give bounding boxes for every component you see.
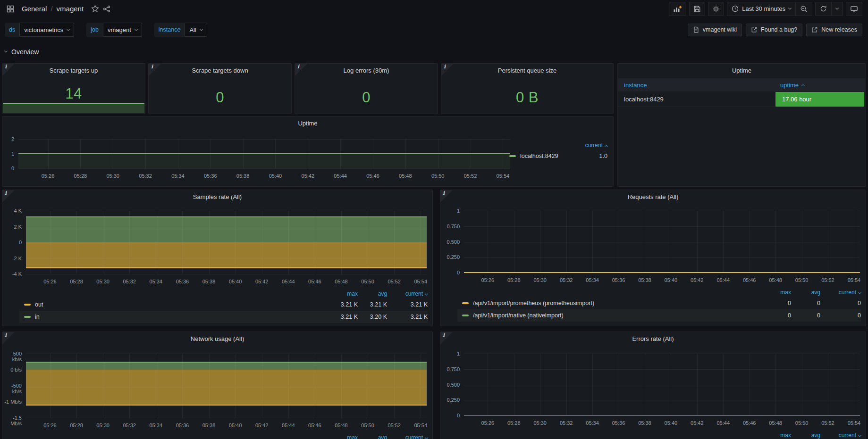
panel-title[interactable]: Log errors (30m)	[295, 64, 438, 74]
chart-plot-area[interactable]	[26, 211, 427, 274]
variable-job-select[interactable]: vmagent	[103, 23, 142, 37]
legend-header: maxavgcurrent	[19, 289, 428, 298]
panel-title[interactable]: Requests rate (All)	[440, 190, 866, 200]
refresh-button[interactable]	[816, 2, 831, 16]
legend-sort-avg[interactable]: avg	[358, 290, 387, 297]
zoom-out-button[interactable]	[795, 2, 812, 16]
x-axis-tick-label: 05:38	[638, 420, 651, 426]
legend-sort-current[interactable]: current	[387, 290, 428, 297]
legend-sort-avg[interactable]: avg	[358, 434, 387, 439]
variable-instance-value: All	[189, 26, 196, 33]
panel-title[interactable]: Scrape targets up	[2, 64, 145, 74]
legend-value: 3.21 K	[358, 301, 387, 308]
legend-sort-current[interactable]: current	[585, 142, 607, 149]
dashboard-settings-button[interactable]	[708, 2, 724, 16]
panel-info-icon[interactable]: i	[441, 64, 454, 76]
chevron-down-icon	[200, 27, 203, 31]
series-line-out	[26, 405, 427, 406]
panel-info-icon[interactable]: i	[295, 64, 307, 76]
link-found-a-bug[interactable]: Found a bug?	[746, 24, 802, 36]
legend-header: maxavgcurrent	[457, 288, 861, 297]
table-column-uptime[interactable]: uptime	[780, 82, 804, 89]
legend-sort-max[interactable]: max	[758, 289, 791, 296]
legend-series-name[interactable]: localhost:8429	[509, 153, 587, 159]
panel-info-icon[interactable]: i	[440, 190, 453, 202]
breadcrumb: General / vmagent	[22, 5, 110, 13]
x-axis-tick-label: 05:26	[43, 279, 57, 284]
legend-series-name[interactable]: /api/v1/import/prometheus (prometheusimp…	[462, 300, 758, 306]
x-axis-tick-label: 05:30	[533, 277, 547, 283]
legend-value: 0	[791, 300, 820, 306]
panel-title[interactable]: Scrape targets down	[149, 64, 291, 74]
x-axis-tick-label: 05:36	[612, 420, 625, 426]
x-axis-tick-label: 05:28	[507, 420, 521, 426]
legend-series-name[interactable]: out	[24, 301, 325, 308]
panel-title[interactable]: Uptime	[2, 116, 613, 127]
legend-sort-current[interactable]: current	[820, 289, 861, 296]
panel-info-icon[interactable]: i	[2, 190, 15, 202]
panel-network-usage: i Network usage (All) 500 kb/s0 b/s-500 …	[2, 331, 433, 439]
panel-title[interactable]: Network usage (All)	[2, 332, 432, 342]
panel-info-icon[interactable]: i	[440, 332, 453, 344]
legend-sort-current[interactable]: current	[387, 434, 428, 439]
panel-title[interactable]: Samples rate (All)	[2, 190, 432, 200]
table-row[interactable]: localhost:8429 17.06 hour	[618, 91, 865, 107]
variable-ds-select[interactable]: victoriametrics	[19, 23, 74, 37]
link-vmagent-wiki[interactable]: vmagent wiki	[688, 24, 742, 36]
row-toggle-overview[interactable]: Overview	[5, 46, 39, 58]
legend-series-color	[24, 304, 31, 306]
panel-add-button[interactable]	[669, 2, 686, 16]
legend-sort-avg[interactable]: avg	[791, 289, 820, 296]
legend-sort-max[interactable]: max	[758, 432, 791, 439]
x-axis-tick-label: 05:30	[533, 420, 547, 426]
legend-sort-max[interactable]: max	[325, 434, 358, 439]
panel-info-icon[interactable]: i	[2, 332, 15, 344]
table-column-instance[interactable]: instance	[618, 82, 647, 89]
time-range-picker[interactable]: Last 30 minutes	[727, 2, 795, 16]
panel-title[interactable]: Errors rate (All)	[440, 332, 866, 342]
legend-sort-avg[interactable]: avg	[791, 432, 820, 439]
cycle-view-mode-button[interactable]	[846, 2, 862, 16]
legend-value: 3.21 K	[387, 314, 428, 320]
panel-info-icon[interactable]: i	[149, 64, 161, 76]
variable-ds-value: victoriametrics	[24, 26, 63, 33]
variable-job: job vmagent	[86, 23, 142, 37]
variable-job-value: vmagent	[108, 26, 131, 33]
chevron-down-icon	[135, 27, 138, 31]
breadcrumb-folder[interactable]: General	[22, 5, 47, 13]
panel-info-icon[interactable]: i	[2, 64, 15, 76]
legend-series-name[interactable]: /api/v1/import/native (nativeimport)	[462, 312, 758, 319]
legend-sort-max[interactable]: max	[325, 290, 358, 297]
panel-title[interactable]: Uptime	[618, 64, 866, 74]
chart-plot-area[interactable]	[18, 139, 510, 168]
series-line-in	[26, 362, 427, 363]
variable-instance-label: instance	[154, 23, 185, 37]
legend-sort-current[interactable]: current	[820, 432, 861, 439]
panel-log-errors: i Log errors (30m) 0	[295, 63, 438, 114]
share-dashboard-button[interactable]	[103, 5, 110, 13]
variable-ds-label: ds	[5, 23, 19, 37]
breadcrumb-dashboard[interactable]: vmagent	[57, 5, 84, 13]
legend-header: maxavgcurrent	[457, 431, 861, 439]
x-axis-tick-label: 05:42	[691, 277, 704, 283]
y-axis-tick-label: -1.5 Mb/s	[2, 415, 22, 426]
panel-title[interactable]: Persistent queue size	[441, 64, 613, 74]
x-axis-tick-label: 05:32	[123, 279, 136, 284]
panel-scrape-targets-up: i Scrape targets up 14	[2, 63, 145, 114]
chart-plot-area[interactable]	[464, 354, 860, 415]
x-axis-tick-label: 05:54	[414, 279, 427, 284]
external-link-icon	[811, 26, 818, 33]
x-axis-tick-label: 05:38	[202, 279, 216, 284]
save-dashboard-button[interactable]	[689, 2, 705, 16]
apps-grid-icon[interactable]	[6, 2, 15, 16]
x-axis-tick-label: 05:36	[612, 277, 625, 283]
chart-plot-area[interactable]	[26, 354, 427, 418]
y-axis-tick-label: -1 Mb/s	[2, 399, 22, 405]
refresh-interval-dropdown[interactable]	[831, 2, 843, 16]
chart-plot-area[interactable]	[464, 211, 860, 273]
legend-series-name[interactable]: in	[24, 314, 325, 320]
star-dashboard-button[interactable]	[91, 5, 99, 13]
x-axis-tick-label: 05:36	[176, 279, 189, 284]
variable-instance-select[interactable]: All	[185, 23, 207, 37]
link-new-releases[interactable]: New releases	[806, 24, 862, 36]
